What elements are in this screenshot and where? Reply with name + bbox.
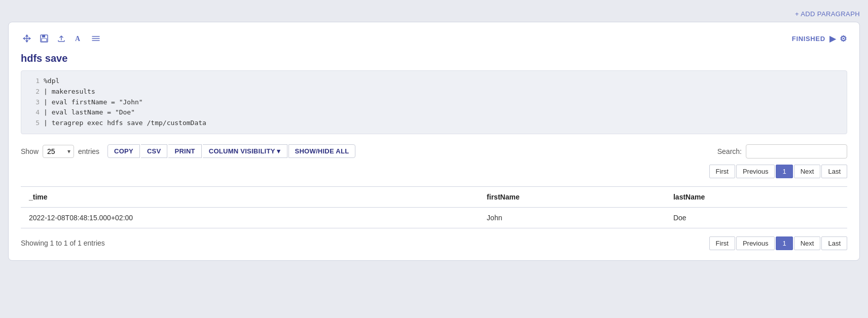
action-buttons: COPYCSVPRINTCOLUMN VISIBILITY ▾SHOW/HIDE… — [107, 144, 355, 158]
page-btn-last[interactable]: Last — [821, 236, 847, 250]
line-content: | eval firstName = "John" — [44, 97, 143, 108]
text-icon[interactable]: A — [73, 32, 85, 45]
page-btn-first[interactable]: First — [709, 236, 735, 250]
page-btn-1[interactable]: 1 — [776, 165, 792, 178]
table-controls: Show 102550100 entries COPYCSVPRINTCOLUM… — [21, 144, 847, 158]
column-header-lastName: lastName — [665, 186, 847, 207]
finished-area: FINISHED ▶ ⚙ — [792, 34, 847, 44]
code-block: 1%dpl2| makeresults3| eval firstName = "… — [21, 70, 847, 134]
table-footer: Showing 1 to 1 of 1 entries FirstPreviou… — [21, 236, 847, 250]
card-toolbar: A FINISHED ▶ ⚙ — [21, 32, 847, 45]
finished-label: FINISHED — [792, 35, 825, 43]
upload-icon[interactable] — [55, 32, 67, 45]
line-number: 1 — [27, 76, 40, 87]
code-line: 4| eval lastName = "Doe" — [27, 107, 841, 118]
line-content: %dpl — [44, 76, 59, 87]
data-table: _timefirstNamelastName2022-12-08T08:48:1… — [21, 186, 847, 228]
code-line: 2| makeresults — [27, 87, 841, 97]
gear-button[interactable]: ⚙ — [840, 34, 847, 44]
action-button-csv[interactable]: CSV — [141, 144, 168, 158]
page-btn-first[interactable]: First — [709, 165, 735, 178]
entries-text: entries — [78, 147, 99, 155]
main-card: A FINISHED ▶ ⚙ hdfs save 1%dpl2| makeres… — [8, 22, 860, 261]
entries-select[interactable]: 102550100 — [43, 145, 74, 158]
line-content: | teragrep exec hdfs save /tmp/customDat… — [44, 118, 206, 129]
line-number: 5 — [27, 118, 40, 129]
page-btn-next[interactable]: Next — [794, 236, 821, 250]
save-icon[interactable] — [38, 32, 50, 45]
action-button-show/hide-all[interactable]: SHOW/HIDE ALL — [288, 144, 356, 158]
column-header-firstName: firstName — [479, 186, 665, 207]
list-icon[interactable] — [90, 32, 102, 45]
svg-rect-1 — [42, 35, 45, 37]
section-title: hdfs save — [21, 53, 847, 64]
line-number: 2 — [27, 87, 40, 97]
toolbar-icons: A — [21, 32, 102, 45]
line-number: 4 — [27, 107, 40, 118]
showing-text: Showing 1 to 1 of 1 entries — [21, 239, 105, 247]
search-label: Search: — [717, 147, 742, 155]
page-btn-1[interactable]: 1 — [776, 236, 792, 250]
line-content: | makeresults — [44, 87, 95, 97]
line-content: | eval lastName = "Doe" — [44, 107, 135, 118]
move-icon[interactable] — [21, 32, 33, 45]
page-btn-previous[interactable]: Previous — [736, 236, 775, 250]
code-line: 3| eval firstName = "John" — [27, 97, 841, 108]
code-line: 1%dpl — [27, 76, 841, 87]
action-button-copy[interactable]: COPY — [107, 144, 140, 158]
action-button-column-visibility-▾[interactable]: COLUMN VISIBILITY ▾ — [203, 144, 287, 158]
entries-select-wrapper: 102550100 — [43, 145, 74, 158]
search-area: Search: — [717, 144, 847, 158]
table-cell: Doe — [665, 207, 847, 228]
add-paragraph-bar: + ADD PARAGRAPH — [8, 10, 860, 18]
table-cell: John — [479, 207, 665, 228]
search-input[interactable] — [746, 144, 847, 158]
add-paragraph-button[interactable]: + ADD PARAGRAPH — [795, 10, 860, 18]
page-btn-next[interactable]: Next — [794, 165, 821, 178]
page-btn-last[interactable]: Last — [821, 165, 847, 178]
line-number: 3 — [27, 97, 40, 108]
pagination-bottom: FirstPrevious1NextLast — [709, 236, 847, 250]
show-label: Show — [21, 147, 39, 155]
left-controls: Show 102550100 entries COPYCSVPRINTCOLUM… — [21, 144, 355, 158]
svg-rect-2 — [42, 38, 47, 42]
table-cell: 2022-12-08T08:48:15.000+02:00 — [21, 207, 479, 228]
play-button[interactable]: ▶ — [829, 34, 836, 44]
pagination-top: FirstPrevious1NextLast — [21, 165, 847, 178]
code-line: 5| teragrep exec hdfs save /tmp/customDa… — [27, 118, 841, 129]
action-button-print[interactable]: PRINT — [168, 144, 201, 158]
column-header-_time: _time — [21, 186, 479, 207]
show-entries: Show 102550100 entries — [21, 145, 99, 158]
svg-text:A: A — [75, 35, 81, 43]
table-row: 2022-12-08T08:48:15.000+02:00JohnDoe — [21, 207, 847, 228]
page-btn-previous[interactable]: Previous — [736, 165, 775, 178]
